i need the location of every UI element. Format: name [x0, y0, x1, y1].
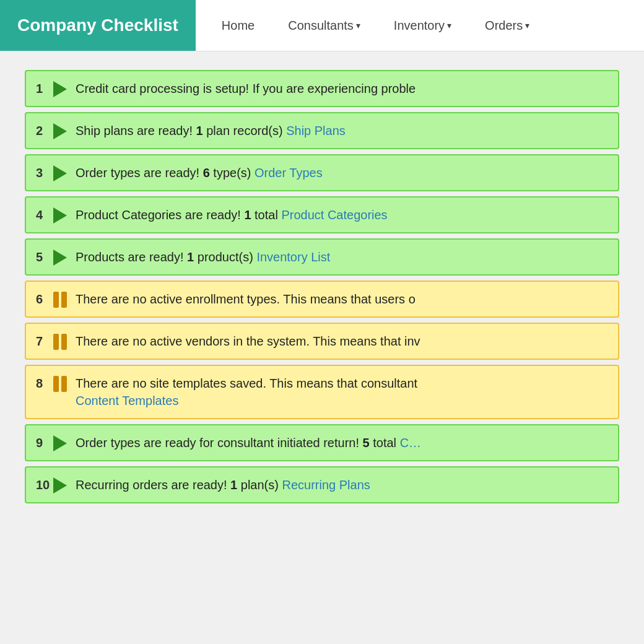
- play-icon: [53, 250, 67, 266]
- nav-consultants[interactable]: Consultants ▾: [274, 0, 374, 51]
- item-text: Order types are ready for consultant ini…: [76, 434, 608, 451]
- item-link[interactable]: Order Types: [255, 166, 323, 180]
- checklist-item-7: 7There are no active vendors in the syst…: [25, 323, 619, 360]
- chevron-down-icon: ▾: [356, 20, 360, 30]
- item-text: Order types are ready! 6 type(s) Order T…: [76, 164, 608, 181]
- item-text: There are no active vendors in the syste…: [76, 333, 608, 350]
- checklist: 1Credit card processing is setup! If you…: [25, 70, 619, 503]
- checklist-item-8: 8There are no site templates saved. This…: [25, 365, 619, 419]
- nav-links: Home Consultants ▾ Inventory ▾ Orders ▾: [196, 0, 555, 51]
- item-number: 3: [36, 164, 51, 181]
- item-number: 7: [36, 333, 51, 350]
- play-icon: [53, 207, 67, 224]
- item-text: Product Categories are ready! 1 total Pr…: [76, 206, 608, 224]
- item-text: There are no active enrollment types. Th…: [76, 290, 608, 308]
- pause-icon: [53, 292, 67, 308]
- chevron-down-icon: ▾: [447, 20, 451, 30]
- item-text: There are no site templates saved. This …: [76, 375, 608, 409]
- item-number: 6: [36, 290, 51, 308]
- nav-inventory[interactable]: Inventory ▾: [380, 0, 465, 51]
- item-number: 4: [36, 206, 51, 224]
- item-text: Recurring orders are ready! 1 plan(s) Re…: [76, 476, 608, 494]
- pause-icon: [53, 334, 67, 350]
- navbar: Company Checklist Home Consultants ▾ Inv…: [0, 0, 644, 51]
- item-link[interactable]: Content Templates: [76, 394, 178, 407]
- checklist-item-2: 2Ship plans are ready! 1 plan record(s) …: [25, 112, 619, 149]
- play-icon: [53, 123, 67, 139]
- checklist-item-9: 9Order types are ready for consultant in…: [25, 424, 619, 461]
- checklist-item-3: 3Order types are ready! 6 type(s) Order …: [25, 154, 619, 191]
- pause-icon: [53, 376, 67, 392]
- item-link[interactable]: Recurring Plans: [282, 478, 370, 492]
- item-link[interactable]: C…: [400, 436, 421, 450]
- chevron-down-icon: ▾: [525, 20, 529, 30]
- play-icon: [53, 165, 67, 181]
- play-icon: [53, 477, 67, 494]
- item-link[interactable]: Ship Plans: [286, 124, 346, 137]
- item-number: 5: [36, 248, 51, 266]
- checklist-item-5: 5Products are ready! 1 product(s) Invent…: [25, 238, 619, 276]
- item-number: 2: [36, 122, 51, 139]
- item-text: Credit card processing is setup! If you …: [76, 80, 608, 97]
- nav-home[interactable]: Home: [208, 0, 268, 51]
- item-number: 9: [36, 434, 51, 451]
- item-number: 10: [36, 476, 51, 494]
- item-text: Ship plans are ready! 1 plan record(s) S…: [76, 122, 608, 139]
- checklist-item-4: 4Product Categories are ready! 1 total P…: [25, 196, 619, 233]
- item-number: 1: [36, 80, 51, 97]
- play-icon: [53, 435, 67, 451]
- checklist-item-1: 1Credit card processing is setup! If you…: [25, 70, 619, 107]
- checklist-item-6: 6There are no active enrollment types. T…: [25, 281, 619, 318]
- main-content: 1Credit card processing is setup! If you…: [0, 51, 644, 528]
- nav-orders[interactable]: Orders ▾: [471, 0, 543, 51]
- item-link[interactable]: Product Categories: [281, 208, 387, 222]
- play-icon: [53, 81, 67, 97]
- item-text: Products are ready! 1 product(s) Invento…: [76, 248, 608, 266]
- checklist-item-10: 10Recurring orders are ready! 1 plan(s) …: [25, 466, 619, 503]
- item-number: 8: [36, 375, 51, 392]
- item-link[interactable]: Inventory List: [256, 250, 330, 264]
- nav-brand: Company Checklist: [0, 0, 196, 51]
